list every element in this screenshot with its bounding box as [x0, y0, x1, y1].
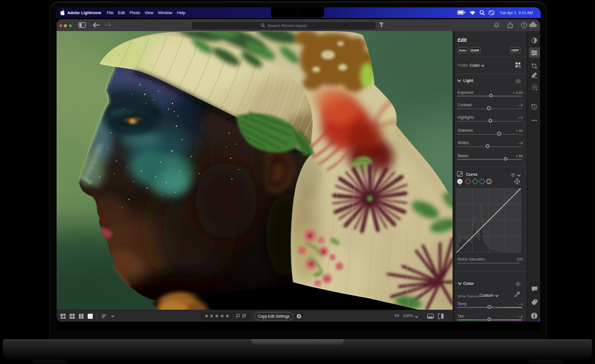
svg-text:?: ?: [523, 23, 525, 27]
